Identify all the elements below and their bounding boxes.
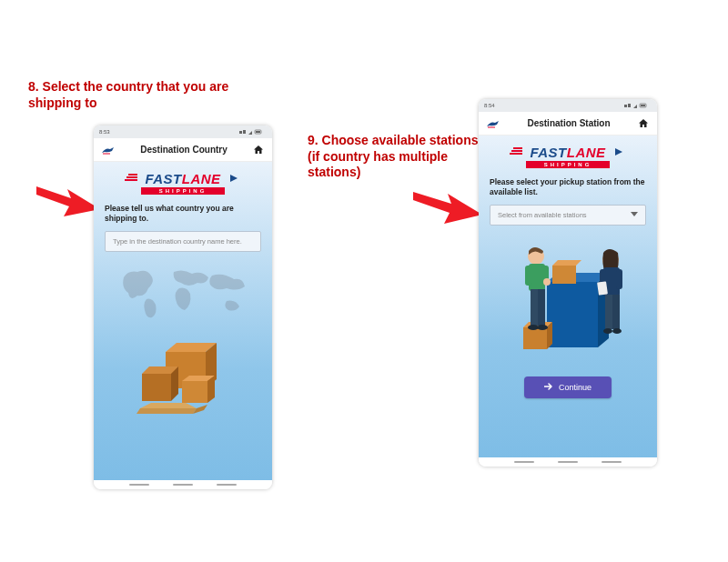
svg-marker-21 xyxy=(633,105,637,108)
svg-rect-5 xyxy=(256,131,260,133)
chevron-down-icon xyxy=(631,211,638,219)
android-nav-bar xyxy=(94,480,272,489)
status-bar: 8:54 xyxy=(479,99,657,112)
instruction-step-9: 9. Choose available stations (if country… xyxy=(308,133,490,181)
svg-rect-2 xyxy=(243,130,246,134)
input-placeholder: Type in the destination country name her… xyxy=(113,237,242,246)
brand-logo xyxy=(486,118,500,129)
arrow-right-icon xyxy=(544,383,553,392)
logo-lane: LANE xyxy=(567,145,606,160)
svg-rect-47 xyxy=(597,281,608,295)
svg-rect-23 xyxy=(641,105,645,106)
select-placeholder: Select from available stations xyxy=(498,211,587,219)
svg-marker-24 xyxy=(631,212,638,216)
svg-rect-49 xyxy=(612,295,620,329)
svg-marker-16 xyxy=(136,408,197,414)
logo-lane: LANE xyxy=(182,171,221,186)
svg-marker-18 xyxy=(413,192,482,224)
logo-ship: SHIPPING xyxy=(141,187,225,195)
destination-country-input[interactable]: Type in the destination country name her… xyxy=(105,231,261,252)
logo-ship: SHIPPING xyxy=(526,161,610,168)
svg-rect-38 xyxy=(531,289,538,326)
home-icon[interactable] xyxy=(252,144,265,156)
fastlane-logo: FASTLANE SHIPPING xyxy=(490,145,646,170)
boxes-illustration xyxy=(105,336,261,421)
app-header: Destination Country xyxy=(94,138,272,162)
svg-marker-15 xyxy=(140,403,197,408)
svg-rect-19 xyxy=(624,105,627,107)
svg-rect-12 xyxy=(182,381,207,403)
svg-rect-1 xyxy=(239,131,242,134)
svg-point-50 xyxy=(603,328,612,334)
svg-point-51 xyxy=(612,328,622,334)
world-map-illustration xyxy=(105,261,261,330)
station-select[interactable]: Select from available stations xyxy=(490,205,646,226)
svg-rect-48 xyxy=(605,295,612,329)
header-title: Destination Country xyxy=(140,145,228,155)
continue-button[interactable]: Continue xyxy=(524,376,612,398)
header-title: Destination Station xyxy=(527,118,610,128)
status-icons xyxy=(624,103,652,109)
svg-rect-31 xyxy=(552,266,576,284)
brand-logo xyxy=(101,145,116,156)
svg-rect-39 xyxy=(538,289,545,326)
status-bar: 8:53 xyxy=(94,125,272,138)
svg-point-41 xyxy=(537,325,548,330)
svg-marker-0 xyxy=(36,186,100,216)
svg-rect-25 xyxy=(547,282,598,347)
prompt-text: Please tell us what country you are ship… xyxy=(105,204,261,224)
status-time: 8:53 xyxy=(99,129,110,135)
phone-screenshot-1: 8:53 Destination Country FASTLANE SHIPPI… xyxy=(94,125,272,489)
arrow-step-9 xyxy=(413,187,482,236)
svg-rect-35 xyxy=(525,266,532,286)
home-icon[interactable] xyxy=(637,117,650,130)
screen-content: FASTLANE SHIPPING Please select your pic… xyxy=(479,135,657,457)
svg-marker-3 xyxy=(248,131,252,135)
svg-rect-9 xyxy=(142,374,171,401)
svg-rect-28 xyxy=(523,327,547,349)
continue-label: Continue xyxy=(559,383,592,392)
android-nav-bar xyxy=(479,457,657,467)
people-illustration xyxy=(490,233,646,364)
prompt-text: Please select your pickup station from t… xyxy=(490,177,646,197)
fastlane-logo: FASTLANE SHIPPING xyxy=(105,171,261,196)
screen-content: FASTLANE SHIPPING Please tell us what co… xyxy=(94,162,272,480)
instruction-step-8: 8. Select the country that you are shipp… xyxy=(28,79,256,111)
phone-screenshot-2: 8:54 Destination Station FASTLANE SHIPPI… xyxy=(479,99,657,467)
svg-marker-32 xyxy=(552,260,581,266)
svg-point-37 xyxy=(543,278,551,286)
logo-fast: FAST xyxy=(530,145,566,160)
svg-rect-20 xyxy=(628,104,631,107)
status-time: 8:54 xyxy=(484,103,495,108)
arrow-step-8 xyxy=(36,182,100,231)
svg-rect-44 xyxy=(616,269,622,289)
logo-fast: FAST xyxy=(145,171,181,186)
app-header: Destination Station xyxy=(479,112,657,135)
status-icons xyxy=(239,129,267,135)
